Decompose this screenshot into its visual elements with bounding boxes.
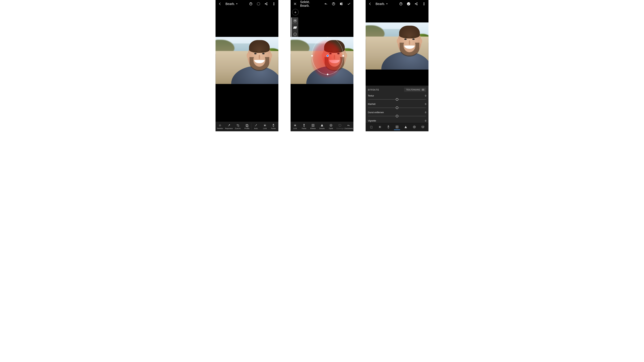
tab-effects[interactable] (394, 124, 400, 130)
screen-edit-effects: Bearb. ▼ (366, 0, 428, 131)
cloud-status-icon[interactable] (406, 1, 412, 7)
edit-toolbar: Selektiv Reparatur Zuschn. Profile Auto … (216, 122, 278, 131)
svg-point-36 (379, 126, 380, 128)
back-icon[interactable] (217, 1, 223, 7)
mode-dropdown-label: Bearb. (226, 2, 235, 6)
slider-thumb[interactable] (396, 115, 398, 117)
tab-geometry[interactable] (420, 124, 426, 130)
close-icon[interactable] (292, 1, 298, 7)
compare-icon[interactable] (338, 1, 344, 7)
svg-rect-35 (370, 126, 372, 128)
svg-rect-10 (246, 124, 248, 126)
tool-zuschn[interactable]: Zuschn. (234, 122, 242, 131)
tool-auto[interactable]: Auto (252, 122, 260, 131)
help-icon[interactable] (398, 1, 404, 7)
svg-point-16 (334, 4, 334, 5)
svg-point-14 (273, 124, 274, 125)
photo (290, 37, 354, 84)
photo (366, 22, 428, 70)
tool-label: Licht (263, 128, 267, 130)
slider-thumb[interactable] (396, 106, 398, 109)
svg-point-4 (267, 4, 267, 5)
tool-label: Licht (293, 128, 297, 130)
svg-rect-17 (340, 3, 341, 5)
slider-thumb[interactable] (396, 98, 398, 101)
svg-point-28 (415, 4, 416, 4)
svg-point-27 (401, 4, 401, 5)
mode-dropdown-label: Bearb. (376, 2, 385, 6)
tab-color[interactable] (385, 124, 392, 130)
svg-point-24 (330, 124, 332, 127)
svg-point-2 (265, 4, 266, 4)
tool-effekte[interactable]: Effekte (308, 122, 318, 131)
svg-point-5 (274, 2, 274, 3)
topbar: Selekt. Bearb. (290, 0, 354, 8)
mode-dropdown[interactable]: Bearb. ▼ (374, 2, 389, 6)
tab-detail[interactable] (403, 124, 409, 130)
more-icon[interactable] (421, 1, 427, 7)
chevron-down-icon: ▼ (386, 3, 388, 5)
slider-value: 0 (425, 120, 426, 122)
screenshot-triptych: Bearb. ▼ (205, 0, 439, 131)
share-icon[interactable] (263, 1, 270, 7)
svg-rect-23 (312, 125, 314, 126)
svg-point-19 (294, 125, 296, 126)
tool-label: Zurücksetz (344, 128, 353, 130)
confirm-icon[interactable] (346, 1, 352, 7)
help-icon[interactable] (248, 1, 254, 7)
tool-profile[interactable]: Profile (242, 122, 252, 131)
tool-farbe[interactable]: Farbe (300, 122, 308, 131)
tool-selektiv[interactable]: Selektiv (216, 122, 224, 131)
tool-label: Vorherige (336, 128, 344, 130)
screen-edit-default: Bearb. ▼ (216, 0, 278, 131)
tool-label: Effekte (310, 128, 316, 130)
more-icon[interactable] (271, 1, 277, 7)
tool-licht[interactable]: Licht (260, 122, 270, 131)
slider-label: Dunst entfernen (368, 111, 384, 114)
svg-point-41 (413, 126, 416, 128)
tool-label: Zuschn. (235, 128, 241, 130)
back-icon[interactable] (367, 1, 373, 7)
help-icon[interactable] (330, 1, 337, 7)
tool-licht[interactable]: Licht (290, 122, 300, 131)
tool-reparatur[interactable]: Reparatur (224, 122, 234, 131)
tab-optics[interactable] (411, 124, 418, 130)
tool-optik[interactable]: Optik (326, 122, 336, 131)
undo-icon[interactable] (323, 1, 329, 7)
slider-label: Klarheit (368, 103, 376, 105)
mode-dropdown[interactable]: Bearb. ▼ (224, 2, 239, 6)
canvas[interactable] (290, 8, 354, 122)
svg-point-7 (274, 5, 274, 5)
tool-label: Farbe (271, 128, 276, 130)
tab-profile[interactable] (368, 124, 374, 130)
tool-zuruecksetz[interactable]: Zurücksetz (344, 122, 353, 131)
split-toning-button[interactable]: TEILTONUNG (404, 88, 426, 92)
share-icon[interactable] (413, 1, 420, 7)
tool-details[interactable]: Details (318, 122, 326, 131)
topbar: Bearb. ▼ (216, 0, 278, 8)
tool-label: Auto (254, 128, 258, 130)
tool-label: Details (319, 128, 325, 130)
slider-track[interactable] (368, 98, 426, 101)
tool-farbe[interactable]: Farbe (270, 122, 278, 131)
slider-track[interactable] (368, 106, 426, 109)
flag-ring-icon[interactable] (255, 1, 262, 7)
screen-selective-edit: Selekt. Bearb. ＋ (290, 0, 354, 131)
slider-value: 0 (425, 103, 426, 105)
svg-point-30 (417, 4, 418, 5)
svg-point-6 (274, 4, 274, 4)
split-toning-label: TEILTONUNG (406, 88, 420, 91)
slider-track[interactable] (368, 115, 426, 118)
svg-point-42 (414, 126, 415, 128)
tool-label: Selektiv (217, 128, 223, 130)
tool-vorherige: Vorherige (336, 122, 344, 131)
canvas[interactable] (216, 8, 278, 122)
slider-vignette: Vignette 0 (366, 119, 428, 122)
canvas[interactable] (366, 8, 428, 86)
effects-category-tabs (366, 123, 428, 131)
svg-rect-34 (370, 126, 372, 128)
svg-point-21 (304, 124, 304, 125)
svg-rect-40 (396, 126, 398, 128)
tab-light[interactable] (377, 124, 383, 130)
slider-value: 0 (425, 111, 426, 114)
